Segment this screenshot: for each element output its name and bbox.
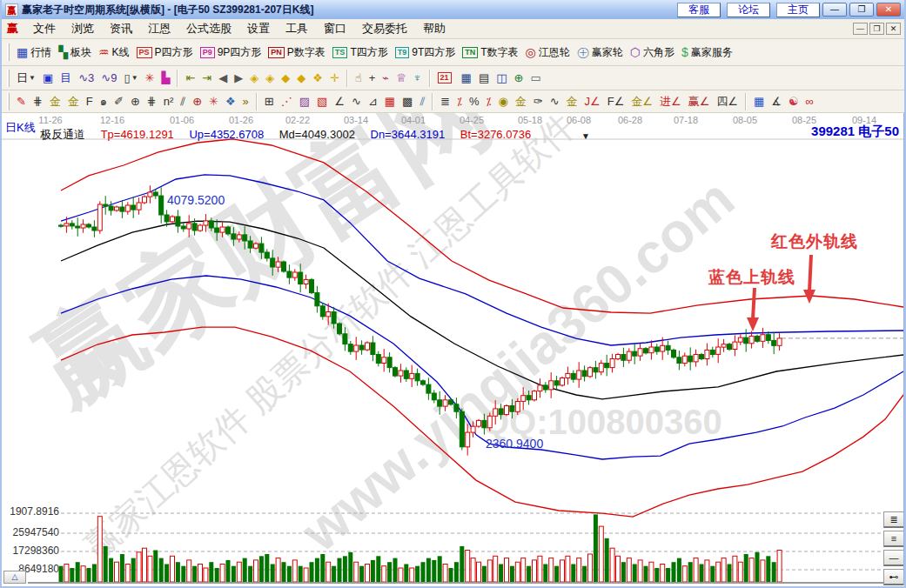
chart-type-dropdown-icon[interactable]: 日▼ — [17, 71, 36, 85]
gold-under-icon[interactable]: 金 — [567, 95, 578, 109]
pen-ink-icon[interactable]: ✑ — [534, 95, 543, 109]
menu-文件[interactable]: 文件 — [25, 19, 64, 38]
more-icon[interactable]: » — [243, 95, 249, 109]
pane-layout-button-4[interactable]: ⊷ — [883, 569, 904, 585]
histogram-icon[interactable]: ▙ — [161, 71, 170, 85]
pane-layout-button-1[interactable]: ≣ — [883, 511, 904, 528]
angle-ying-icon[interactable]: 赢∠ — [688, 95, 710, 109]
menu-江恩[interactable]: 江恩 — [140, 19, 178, 38]
percent-icon[interactable]: % — [469, 95, 480, 109]
wave-tool-icon[interactable]: ∿ — [352, 95, 361, 109]
restore-button[interactable]: ❐ — [849, 3, 874, 17]
hand-tool-icon[interactable]: ☝ — [355, 71, 362, 85]
kline-chart[interactable]: 赢家财富网赢家江恩软件 股票分析软件 江恩工具软件www.yingjia360.… — [2, 113, 904, 585]
calculator-icon[interactable]: ▦ — [461, 71, 472, 85]
avatar-tool-icon[interactable]: ♕ — [396, 71, 406, 85]
menu-帮助[interactable]: 帮助 — [415, 19, 453, 38]
circle-cross-icon[interactable]: ⊕ — [131, 95, 140, 109]
fan-box-icon[interactable]: ▨ — [299, 95, 310, 109]
symbol-label[interactable]: 399281 电子50 — [811, 124, 899, 140]
grid-ticks-icon[interactable]: ⋕ — [33, 95, 43, 109]
pen-red-icon[interactable]: ✎ — [17, 95, 26, 109]
sectors-button[interactable]: ▚板块 — [58, 45, 91, 60]
angle-ruler-icon[interactable]: ⫽ — [180, 95, 185, 109]
save-disk-icon[interactable]: ◫ — [496, 71, 507, 85]
ruler-list-icon[interactable]: ≣ — [440, 95, 450, 109]
percent-under-icon[interactable]: ⁒ — [487, 95, 492, 109]
gann-wheel-button[interactable]: ◎江恩轮 — [526, 45, 570, 60]
title-link-0[interactable]: 客服 — [677, 3, 721, 17]
fan-red-icon[interactable]: ⋰ — [281, 95, 292, 109]
grid-red-icon[interactable]: ▦ — [385, 95, 395, 109]
spiral-icon[interactable]: ๑ — [100, 95, 107, 109]
gold-line-icon[interactable]: 金 — [515, 95, 527, 109]
gold-circle-icon[interactable]: ◉ — [498, 95, 507, 109]
indicator-name[interactable]: 极反通道 — [40, 128, 85, 141]
knot-teal-icon[interactable]: ♆ — [413, 71, 422, 85]
winner-service-button[interactable]: $赢家服务 — [681, 45, 733, 60]
pane-layout-button-3[interactable]: — — [883, 550, 904, 566]
close-button[interactable]: ✕ — [876, 3, 901, 17]
angle-f-icon[interactable]: F∠ — [607, 95, 625, 109]
quotes-button[interactable]: ▦行情 — [17, 45, 51, 60]
angle-si-icon[interactable]: 四∠ — [716, 95, 738, 109]
diamond-plus-icon[interactable]: ✛ — [330, 71, 339, 85]
magnify-tool-icon[interactable]: ⌁ — [382, 71, 389, 85]
prev-bar-icon[interactable]: ◀ — [218, 71, 227, 85]
star-box-icon[interactable]: ❖ — [225, 95, 236, 109]
calendar-icon[interactable]: 21 — [438, 72, 454, 84]
yinyang-icon[interactable]: ☯ — [789, 95, 799, 109]
p-table-button[interactable]: PNP数字表 — [268, 45, 325, 60]
pattern-icon[interactable]: ▣ — [43, 71, 53, 85]
title-link-2[interactable]: 主页 — [776, 3, 820, 17]
diamond-left-icon[interactable]: ◈ — [250, 71, 258, 85]
pane-layout-button-2[interactable]: ≡ — [883, 531, 904, 547]
mdi-minimize-button[interactable]: — — [853, 23, 868, 35]
grid-f-icon[interactable]: F — [86, 95, 93, 109]
gold-grid-1-icon[interactable]: 金 — [50, 95, 61, 109]
star-red-icon[interactable]: ✳ — [209, 95, 218, 109]
menu-窗口[interactable]: 窗口 — [316, 19, 354, 38]
crosshair-tool-icon[interactable]: + — [369, 71, 376, 85]
angle-jin-icon[interactable]: 进∠ — [660, 95, 681, 109]
menu-公式选股[interactable]: 公式选股 — [178, 19, 239, 38]
grid-dark-icon[interactable]: ▩ — [402, 95, 413, 109]
ticks-icon[interactable]: ⋕ — [147, 95, 157, 109]
notepad-icon[interactable]: ▤ — [479, 71, 489, 85]
minimize-button[interactable]: — — [822, 3, 847, 17]
diamond-wide-icon[interactable]: ◆ — [281, 71, 290, 85]
winner-wheel-button[interactable]: ㊉赢家轮 — [577, 45, 623, 60]
menu-交易委托[interactable]: 交易委托 — [354, 19, 415, 38]
angle-lines-icon[interactable]: ∠ — [334, 95, 345, 109]
first-bar-icon[interactable]: ⇤ — [185, 71, 195, 85]
menu-工具[interactable]: 工具 — [278, 19, 316, 38]
target-circle-icon[interactable]: ⊕ — [192, 95, 202, 109]
diamond-cross-icon[interactable]: ◆ — [297, 71, 305, 85]
9p-square-button[interactable]: P99P四方形 — [200, 45, 262, 60]
peak-tool-icon[interactable]: ⊿ — [368, 95, 378, 109]
menu-浏览[interactable]: 浏览 — [64, 19, 102, 38]
angle-gold-icon[interactable]: 金∠ — [631, 95, 653, 109]
wave-circle-icon[interactable]: ∿ — [550, 95, 560, 109]
9t-square-button[interactable]: T99T四方形 — [395, 45, 456, 60]
hexagon-button[interactable]: ⬡六角形 — [630, 45, 674, 60]
title-link-1[interactable]: 论坛 — [727, 3, 770, 17]
next-bar-icon[interactable]: ▶ — [234, 71, 243, 85]
slope-lines-icon[interactable]: ⫽ — [419, 95, 425, 109]
wave-9-icon[interactable]: ∿9 — [101, 71, 117, 85]
printer-icon[interactable]: ▭ — [530, 71, 540, 85]
candle-style-dropdown-icon[interactable]: ▯▼ — [124, 71, 138, 85]
wave-3-icon[interactable]: ∿3 — [78, 71, 94, 85]
pen-ruler-icon[interactable]: ✐ — [114, 95, 124, 109]
percent-line-icon[interactable]: ⁒ — [457, 95, 462, 109]
chart-type-dropdown-arrow-icon[interactable]: ▼ — [29, 74, 36, 82]
notes-icon[interactable]: 目 — [60, 71, 71, 85]
box-lines-icon[interactable]: ▧ — [317, 95, 327, 109]
box-tool-icon[interactable]: ⊞ — [265, 95, 274, 109]
t-table-button[interactable]: TNT数字表 — [462, 45, 518, 60]
t-square-button[interactable]: TST四方形 — [332, 45, 388, 60]
period-label[interactable]: 日K线 — [5, 120, 36, 136]
menu-设置[interactable]: 设置 — [239, 19, 278, 38]
menu-资讯[interactable]: 资讯 — [102, 19, 140, 38]
infinity-icon[interactable]: ∞ — [806, 95, 814, 109]
